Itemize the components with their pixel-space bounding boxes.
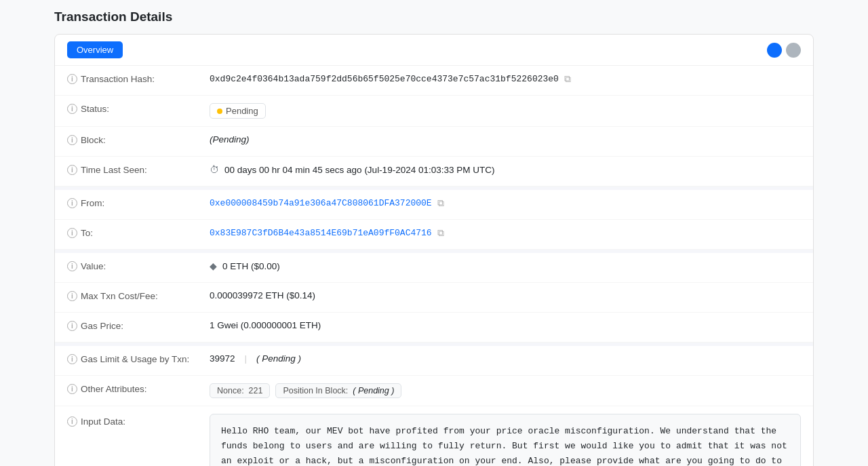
card-header: Overview bbox=[55, 35, 813, 66]
gas-price-label: i Gas Price: bbox=[67, 320, 210, 331]
to-row: i To: 0x83E987C3fD6B4e43a8514E69b71eA09f… bbox=[55, 220, 813, 250]
toggle-dot-gray[interactable] bbox=[786, 43, 801, 58]
from-label: i From: bbox=[67, 197, 210, 208]
transaction-hash-copy-icon[interactable]: ⧉ bbox=[564, 73, 571, 85]
transaction-hash-text: 0xd9c2e4f0364b13ada759f2dd56b65f5025e70c… bbox=[210, 74, 559, 84]
status-row: i Status: Pending bbox=[55, 96, 813, 127]
block-label: i Block: bbox=[67, 134, 210, 145]
to-address-link[interactable]: 0x83E987C3fD6B4e43a8514E69b71eA09fF0AC47… bbox=[210, 228, 432, 238]
clock-icon: ⏱ bbox=[210, 164, 219, 175]
block-row: i Block: (Pending) bbox=[55, 127, 813, 157]
value-info-icon: i bbox=[67, 261, 77, 271]
from-address-link[interactable]: 0xe000008459b74a91e306a47C808061DFA37200… bbox=[210, 198, 432, 208]
time-last-seen-value: ⏱ 00 days 00 hr 04 min 45 secs ago (Jul-… bbox=[210, 164, 801, 175]
time-info-icon: i bbox=[67, 165, 77, 175]
gas-limit-value: 39972 | ( Pending ) bbox=[210, 353, 801, 364]
input-data-info-icon: i bbox=[67, 416, 77, 427]
toggle-dot-group bbox=[767, 43, 801, 58]
value-value: ◆ 0 ETH ($0.00) bbox=[210, 260, 801, 271]
from-row: i From: 0xe000008459b74a91e306a47C808061… bbox=[55, 190, 813, 220]
max-txn-info-icon: i bbox=[67, 291, 77, 301]
nonce-badge: Nonce: 221 bbox=[210, 383, 270, 398]
status-info-icon: i bbox=[67, 104, 77, 114]
from-info-icon: i bbox=[67, 198, 77, 208]
eth-diamond-icon: ◆ bbox=[210, 260, 217, 271]
block-info-icon: i bbox=[67, 135, 77, 145]
other-attributes-row: i Other Attributes: Nonce: 221 Position … bbox=[55, 376, 813, 406]
position-badge: Position In Block: ( Pending ) bbox=[275, 383, 401, 398]
status-badge: Pending bbox=[210, 103, 266, 119]
transaction-hash-info-icon: i bbox=[67, 74, 77, 84]
max-txn-cost-row: i Max Txn Cost/Fee: 0.000039972 ETH ($0.… bbox=[55, 283, 813, 313]
to-label: i To: bbox=[67, 227, 210, 238]
to-copy-icon[interactable]: ⧉ bbox=[437, 227, 444, 239]
page-title: Transaction Details bbox=[54, 7, 814, 24]
to-value: 0x83E987C3fD6B4e43a8514E69b71eA09fF0AC47… bbox=[210, 227, 801, 239]
gas-limit-info-icon: i bbox=[67, 354, 77, 364]
card-body: i Transaction Hash: 0xd9c2e4f0364b13ada7… bbox=[55, 66, 813, 466]
transaction-hash-label: i Transaction Hash: bbox=[67, 73, 210, 84]
time-last-seen-label: i Time Last Seen: bbox=[67, 164, 210, 175]
transaction-details-card: Overview i Transaction Hash: 0xd9c2e4f03… bbox=[54, 34, 814, 466]
time-last-seen-row: i Time Last Seen: ⏱ 00 days 00 hr 04 min… bbox=[55, 157, 813, 187]
toggle-dot-blue[interactable] bbox=[767, 43, 782, 58]
gas-price-value: 1 Gwei (0.000000001 ETH) bbox=[210, 320, 801, 330]
other-attributes-info-icon: i bbox=[67, 384, 77, 394]
block-value: (Pending) bbox=[210, 134, 801, 144]
input-data-row: i Input Data: Hello RHO team, our MEV bo… bbox=[55, 406, 813, 466]
status-dot bbox=[217, 109, 222, 114]
block-pending-text: (Pending) bbox=[210, 134, 250, 144]
status-label: i Status: bbox=[67, 103, 210, 114]
gas-price-row: i Gas Price: 1 Gwei (0.000000001 ETH) bbox=[55, 313, 813, 343]
pipe-divider: | bbox=[245, 353, 248, 364]
from-value: 0xe000008459b74a91e306a47C808061DFA37200… bbox=[210, 197, 801, 209]
status-value: Pending bbox=[210, 103, 801, 119]
from-copy-icon[interactable]: ⧉ bbox=[437, 197, 444, 209]
input-data-label: i Input Data: bbox=[67, 414, 210, 427]
other-attributes-value: Nonce: 221 Position In Block: ( Pending … bbox=[210, 383, 801, 398]
gas-price-info-icon: i bbox=[67, 321, 77, 331]
transaction-hash-value: 0xd9c2e4f0364b13ada759f2dd56b65f5025e70c… bbox=[210, 73, 801, 85]
other-attributes-label: i Other Attributes: bbox=[67, 383, 210, 394]
gas-limit-label: i Gas Limit & Usage by Txn: bbox=[67, 353, 210, 364]
input-data-value: Hello RHO team, our MEV bot have profite… bbox=[210, 414, 801, 466]
max-txn-cost-label: i Max Txn Cost/Fee: bbox=[67, 290, 210, 301]
input-data-text-box: Hello RHO team, our MEV bot have profite… bbox=[210, 414, 801, 466]
value-label: i Value: bbox=[67, 260, 210, 271]
transaction-hash-row: i Transaction Hash: 0xd9c2e4f0364b13ada7… bbox=[55, 66, 813, 96]
to-info-icon: i bbox=[67, 228, 77, 238]
max-txn-cost-value: 0.000039972 ETH ($0.14) bbox=[210, 290, 801, 300]
value-row: i Value: ◆ 0 ETH ($0.00) bbox=[55, 253, 813, 283]
overview-tab[interactable]: Overview bbox=[67, 41, 123, 58]
gas-limit-row: i Gas Limit & Usage by Txn: 39972 | ( Pe… bbox=[55, 346, 813, 376]
